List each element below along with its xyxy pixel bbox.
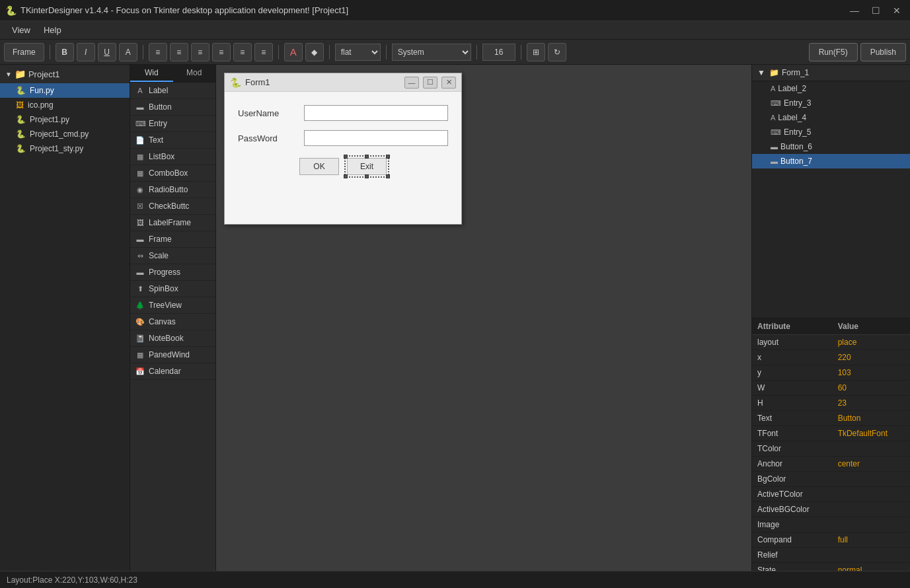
style-select[interactable]: flat groove raised ridge solid sunken [335, 44, 381, 61]
prop-tfont[interactable]: TFont TkDefaultFont [752, 425, 910, 441]
ok-button[interactable]: OK [299, 158, 339, 175]
widget-checkbutton[interactable]: ☒ CheckButtc [130, 198, 215, 215]
align-center-button[interactable]: ≡ [170, 43, 188, 61]
run-button[interactable]: Run(F5) [809, 43, 858, 61]
menu-help[interactable]: Help [37, 23, 68, 37]
prop-h[interactable]: H 23 [752, 395, 910, 410]
file-item-icopng[interactable]: 🖼 ico.png [0, 98, 130, 112]
tree-root[interactable]: ▼ 📁 Form_1 [752, 65, 910, 81]
prop-state[interactable]: State normal [752, 562, 910, 571]
menu-view[interactable]: View [5, 23, 37, 37]
style-icon-button[interactable]: ◆ [305, 43, 324, 61]
prop-tcolor[interactable]: TColor [752, 441, 910, 456]
prop-compand[interactable]: Compand full [752, 532, 910, 547]
close-button[interactable]: ✕ [889, 3, 905, 18]
labelframe-icon: 🖼 [135, 219, 145, 227]
font-a-button[interactable]: A [284, 43, 303, 61]
grid-button[interactable]: ⊞ [527, 43, 545, 61]
align-bottom-button[interactable]: ≡ [254, 43, 273, 61]
entry-icon: ⌨ [135, 120, 145, 128]
file-item-funpy[interactable]: 🐍 Fun.py [0, 83, 130, 98]
prop-anchor[interactable]: Anchor center [752, 456, 910, 471]
password-entry[interactable] [304, 130, 448, 146]
widget-scale[interactable]: ⇔ Scale [130, 248, 215, 264]
text-icon: 📄 [135, 136, 145, 145]
canvas-area[interactable]: 🐍 Form1 — ☐ ✕ UserName PassWord [216, 65, 751, 571]
widget-spinbox[interactable]: ⬆ SpinBox [130, 281, 215, 297]
align-top-button[interactable]: ≡ [233, 43, 252, 61]
prop-activetcolor-value [833, 486, 910, 501]
font-size-input[interactable] [482, 44, 515, 61]
bold-button[interactable]: B [56, 43, 74, 61]
widget-notebook-text: NoteBook [149, 334, 184, 343]
maximize-button[interactable]: ☐ [868, 3, 884, 18]
panedwindow-icon: ▦ [135, 351, 145, 359]
main-layout: ▼ 📁 Project1 🐍 Fun.py 🖼 ico.png 🐍 Projec… [0, 65, 910, 571]
publish-button[interactable]: Publish [860, 43, 906, 61]
widget-treeview[interactable]: 🌲 TreeView [130, 297, 215, 314]
prop-x[interactable]: x 220 [752, 349, 910, 365]
tree-item-button6[interactable]: ▬ Button_6 [752, 139, 910, 154]
widget-frame[interactable]: ▬ Frame [130, 231, 215, 248]
tab-mod[interactable]: Mod [173, 65, 216, 82]
frame-button[interactable]: Frame [4, 43, 44, 61]
underline-button[interactable]: U [98, 43, 116, 61]
italic-button[interactable]: I [77, 43, 95, 61]
prop-tfont-value: TkDefaultFont [833, 425, 910, 441]
username-entry[interactable] [304, 105, 448, 121]
tree-item-button7[interactable]: ▬ Button_7 [752, 154, 910, 168]
exit-button[interactable]: Exit [347, 158, 387, 175]
widget-scale-text: Scale [149, 251, 169, 260]
toolbar-separator-1 [50, 45, 50, 59]
font-size-button[interactable]: A [119, 43, 137, 61]
prop-activebgcolor[interactable]: ActiveBGColor [752, 501, 910, 517]
prop-compand-value: full [833, 532, 910, 547]
file-item-project1py[interactable]: 🐍 Project1.py [0, 112, 130, 127]
widget-entry[interactable]: ⌨ Entry [130, 116, 215, 132]
widget-calendar[interactable]: 📅 Calendar [130, 363, 215, 380]
tree-item-label4[interactable]: A Label_4 [752, 110, 910, 125]
tree-item-entry5[interactable]: ⌨ Entry_5 [752, 125, 910, 139]
prop-image[interactable]: Image [752, 517, 910, 532]
widget-label[interactable]: A Label [130, 83, 215, 99]
form-close-button[interactable]: ✕ [441, 77, 456, 89]
prop-bgcolor[interactable]: BgColor [752, 471, 910, 486]
widget-labelframe[interactable]: 🖼 LabelFrame [130, 215, 215, 231]
widget-progress[interactable]: ▬ Progress [130, 264, 215, 281]
align-right-button[interactable]: ≡ [191, 43, 209, 61]
tree-item-label2[interactable]: A Label_2 [752, 81, 910, 96]
widget-button[interactable]: ▬ Button [130, 99, 215, 116]
prop-y[interactable]: y 103 [752, 365, 910, 380]
widget-panedwindow[interactable]: ▦ PanedWind [130, 347, 215, 363]
form-maximize-button[interactable]: ☐ [423, 77, 437, 89]
form-minimize-button[interactable]: — [404, 77, 419, 89]
prop-activetcolor[interactable]: ActiveTColor [752, 486, 910, 501]
tree-item-entry3[interactable]: ⌨ Entry_3 [752, 96, 910, 110]
file-item-project1cmdpy[interactable]: 🐍 Project1_cmd.py [0, 127, 130, 141]
prop-w[interactable]: W 60 [752, 380, 910, 395]
tab-wid[interactable]: Wid [130, 65, 173, 82]
align-justify-button[interactable]: ≡ [212, 43, 231, 61]
file-item-project1stypy[interactable]: 🐍 Project1_sty.py [0, 141, 130, 156]
prop-tcolor-value [833, 441, 910, 456]
prop-text[interactable]: Text Button [752, 410, 910, 425]
widget-radiobutton[interactable]: ◉ RadioButto [130, 182, 215, 198]
menubar: View Help [0, 21, 910, 40]
refresh-button[interactable]: ↻ [548, 43, 566, 61]
minimize-button[interactable]: — [847, 3, 862, 18]
align-left-button[interactable]: ≡ [149, 43, 167, 61]
tree-label-entry5: Entry_5 [784, 128, 811, 137]
form-window[interactable]: 🐍 Form1 — ☐ ✕ UserName PassWord [224, 73, 462, 225]
project-header[interactable]: ▼ 📁 Project1 [0, 65, 130, 83]
font-select[interactable]: System Arial Times New Roman Courier [392, 44, 471, 61]
widget-label-text: Label [149, 86, 168, 95]
widget-canvas[interactable]: 🎨 Canvas [130, 314, 215, 330]
form-body[interactable]: UserName PassWord OK Exit [225, 92, 461, 224]
prop-layout[interactable]: layout place [752, 334, 910, 349]
widget-combobox[interactable]: ▦ ComboBox [130, 165, 215, 182]
widget-text[interactable]: 📄 Text [130, 132, 215, 149]
prop-state-attr: State [752, 562, 833, 571]
prop-relief[interactable]: Relief [752, 547, 910, 562]
widget-notebook[interactable]: 📓 NoteBook [130, 330, 215, 347]
widget-listbox[interactable]: ▦ ListBox [130, 149, 215, 165]
